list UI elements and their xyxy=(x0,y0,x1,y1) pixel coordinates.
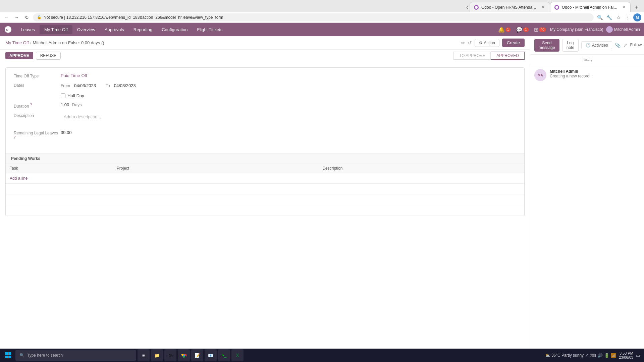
battery-icon[interactable]: 🔋 xyxy=(604,353,609,358)
breadcrumb-parent[interactable]: My Time Off xyxy=(5,40,29,45)
status-bar: APPROVE REFUSE TO APPROVE APPROVED xyxy=(0,50,530,62)
explorer-icon: 📁 xyxy=(154,353,160,358)
start-button[interactable] xyxy=(1,349,15,361)
chatter-messages: MA Mitchell Admin Creating a new record.… xyxy=(530,65,644,349)
status-approved[interactable]: APPROVED xyxy=(491,52,525,60)
browser-menu-button[interactable]: ⋮ xyxy=(624,13,632,21)
time-display: 3:53 PM xyxy=(619,351,633,355)
browser-profile[interactable]: M xyxy=(633,13,641,21)
keyboard-icon[interactable]: ⌨ xyxy=(590,353,596,358)
discuss-button[interactable]: 💬1 xyxy=(515,25,530,34)
half-day-label: Half Day xyxy=(67,93,84,98)
message-author: Mitchell Admin xyxy=(550,69,640,74)
col-task: Task xyxy=(6,164,113,173)
back-button[interactable]: ← xyxy=(3,13,11,21)
nav-flight-tickets[interactable]: Flight Tickets xyxy=(192,25,227,34)
taskbar-app-terminal[interactable]: >_ xyxy=(218,349,230,361)
nav-configuration[interactable]: Configuration xyxy=(157,25,192,34)
search-button[interactable]: 🔍 xyxy=(596,13,604,21)
svg-rect-6 xyxy=(5,356,8,358)
nav-approvals[interactable]: Approvals xyxy=(100,25,129,34)
taskbar-app-mail[interactable]: 📧 xyxy=(205,349,217,361)
weather-icon: ⛅ xyxy=(545,353,550,358)
nav-my-time-off[interactable]: My Time Off xyxy=(40,25,72,34)
activities-button[interactable]: 🕐 Activities xyxy=(581,41,612,49)
message-avatar: MA xyxy=(534,69,546,81)
follow-button[interactable]: Follow xyxy=(630,43,642,48)
tab-scroll-left[interactable]: ‹ xyxy=(465,2,470,12)
company-name[interactable]: My Company (San Francisco) xyxy=(550,27,603,32)
breadcrumb-current: Mitchell Admin on False: 0.00 days () xyxy=(33,40,104,45)
taskbar-clock[interactable]: 3:53 PM 23/06/03 xyxy=(619,351,633,359)
to-date-input[interactable] xyxy=(113,82,143,89)
extensions-button[interactable]: 🔧 xyxy=(605,13,613,21)
nav-reporting[interactable]: Reporting xyxy=(129,25,157,34)
svg-rect-4 xyxy=(5,352,8,355)
tab-2-close[interactable]: ✕ xyxy=(621,5,626,10)
description-input[interactable]: Add a description... xyxy=(61,113,516,126)
log-note-button[interactable]: Log note xyxy=(562,39,579,52)
forward-button[interactable]: → xyxy=(13,13,21,21)
taskbar-search[interactable]: 🔍 Type here to search xyxy=(15,350,136,361)
user-avatar xyxy=(606,26,613,33)
dates-label: Dates xyxy=(14,82,61,88)
chevron-up-icon[interactable]: ^ xyxy=(586,353,588,358)
action-button[interactable]: ⚙ Action xyxy=(475,39,499,47)
expand-icon[interactable]: ⤢ xyxy=(623,43,627,48)
status-to-approve[interactable]: TO APPROVE xyxy=(453,52,491,60)
add-line-button[interactable]: Add a line xyxy=(6,174,32,183)
show-desktop-button[interactable]: ▭ xyxy=(636,353,640,358)
taskview-button[interactable]: ⊞ xyxy=(138,349,150,361)
create-button[interactable]: Create xyxy=(502,39,525,47)
taskbar-app-notes[interactable]: 📝 xyxy=(191,349,203,361)
message-content: Mitchell Admin Creating a new record... xyxy=(550,69,640,81)
discard-icon[interactable]: ↺ xyxy=(468,40,472,46)
user-name: Mitchell Admin xyxy=(614,27,640,32)
edit-icon[interactable]: ✏ xyxy=(461,40,465,46)
from-label: From xyxy=(61,83,70,88)
taskbar-app-excel[interactable]: X xyxy=(231,349,244,361)
from-date-input[interactable] xyxy=(73,82,103,89)
time-off-type-row: Time Off Type Paid Time Off xyxy=(14,73,516,78)
taskbar-app-explorer[interactable]: 📁 xyxy=(151,349,163,361)
volume-icon[interactable]: 🔊 xyxy=(597,353,603,358)
tab-1-close[interactable]: ✕ xyxy=(540,5,546,10)
table-row-add: Add a line xyxy=(6,173,524,184)
clock-icon: 🕐 xyxy=(586,43,591,48)
description-placeholder: Add a description... xyxy=(64,114,101,119)
bookmark-button[interactable]: ☆ xyxy=(614,13,623,21)
remaining-value: 39.00 xyxy=(61,130,516,135)
excel-icon: X xyxy=(236,353,239,358)
refuse-button[interactable]: REFUSE xyxy=(36,52,61,60)
time-off-type-text[interactable]: Paid Time Off xyxy=(61,73,87,78)
url-text: Not secure | 13.232.216.157:8216/web#men… xyxy=(44,15,223,20)
taskbar-right: ⛅ 36°C Partly sunny ^ ⌨ 🔊 🔋 📶 3:53 PM 23… xyxy=(545,351,643,359)
half-day-checkbox[interactable] xyxy=(61,94,65,98)
browser-tab-2[interactable]: Odoo - Mitchell Admin on False:... ✕ xyxy=(550,2,631,12)
message-text: Creating a new record... xyxy=(550,74,640,78)
reload-button[interactable]: ↻ xyxy=(23,13,31,21)
approve-button[interactable]: APPROVE xyxy=(5,52,33,59)
form-card: Time Off Type Paid Time Off Dates From xyxy=(5,67,525,216)
taskbar-app-chrome[interactable] xyxy=(178,349,190,361)
main-nav: Leaves My Time Off Overview Approvals Re… xyxy=(16,25,227,34)
description-row: Description Add a description... xyxy=(14,113,516,126)
chatter-icons: 📎 ⤢ Follow xyxy=(615,43,642,48)
search-icon: 🔍 xyxy=(19,353,24,358)
attachment-icon[interactable]: 📎 xyxy=(615,43,621,48)
nav-overview[interactable]: Overview xyxy=(72,25,100,34)
bell-button[interactable]: 🔔1 xyxy=(497,25,512,34)
new-tab-button[interactable]: + xyxy=(632,3,641,12)
browser-tab-1[interactable]: Odoo - Open HRMS Attendance... ✕ xyxy=(470,2,550,12)
send-message-button[interactable]: Send message xyxy=(534,39,559,52)
toolbar-actions: 🔍 🔧 ☆ ⋮ M xyxy=(596,13,641,21)
pending-works-section: Pending Works Task Project Description A… xyxy=(6,153,524,216)
notes-icon: 📝 xyxy=(195,353,200,358)
user-menu[interactable]: Mitchell Admin xyxy=(606,26,640,33)
network-icon[interactable]: 📶 xyxy=(611,353,616,358)
address-bar[interactable]: 🔒 Not secure | 13.232.216.157:8216/web#m… xyxy=(33,13,594,21)
browser-toolbar: ← → ↻ 🔒 Not secure | 13.232.216.157:8216… xyxy=(0,12,644,23)
nav-leaves[interactable]: Leaves xyxy=(16,25,40,34)
apps-button[interactable]: ⊞40 xyxy=(533,25,547,34)
taskbar-app-store[interactable]: 🛍 xyxy=(164,349,176,361)
